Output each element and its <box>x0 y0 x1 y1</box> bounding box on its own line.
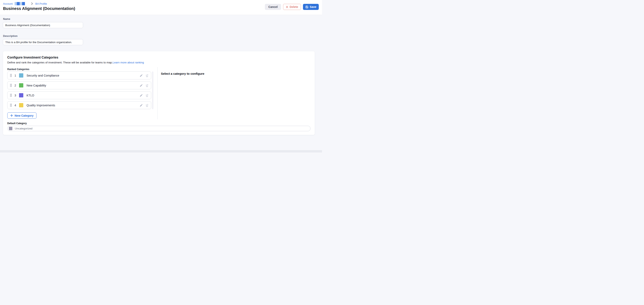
default-category-label: Default Category <box>7 122 27 125</box>
description-field[interactable] <box>3 39 83 45</box>
card-title: Configure Investment Categories <box>7 56 58 59</box>
trash-icon <box>145 103 149 107</box>
pencil-icon <box>140 94 143 97</box>
empty-state-message: Select a category to configure <box>161 72 204 75</box>
default-category-row[interactable]: Uncategorized <box>7 126 310 131</box>
trash-icon <box>145 74 149 77</box>
description-label: Description <box>3 34 18 37</box>
save-button-label: Save <box>310 5 316 8</box>
default-category-name: Uncategorized <box>15 127 32 130</box>
drag-handle-icon[interactable] <box>10 94 12 97</box>
delete-category-button[interactable] <box>144 102 150 108</box>
trash-icon <box>145 94 149 97</box>
horizontal-scrollbar-track[interactable] <box>0 150 322 152</box>
configure-categories-card: Configure Investment Categories Define a… <box>3 51 315 135</box>
new-category-button-label: New Category <box>14 114 34 117</box>
account-name-redacted <box>14 2 25 5</box>
breadcrumb: Account: BA Profile <box>3 2 47 5</box>
category-name: New Capability <box>26 84 46 87</box>
list-scrollbar[interactable] <box>152 71 154 109</box>
category-row[interactable]: 4 Quality Improvements <box>7 101 151 109</box>
delete-category-button[interactable] <box>144 73 150 78</box>
category-rank: 3 <box>14 94 16 97</box>
edit-category-button[interactable] <box>138 73 144 78</box>
save-button[interactable]: Save <box>303 4 319 10</box>
card-subtitle: Define and rank the categories of invest… <box>7 61 144 64</box>
ba-profile-page: Account: BA Profile Business Alignment (… <box>0 0 322 152</box>
pencil-icon <box>140 84 143 87</box>
category-color-swatch <box>19 73 23 78</box>
name-label: Name <box>3 17 10 20</box>
trash-icon <box>145 84 149 87</box>
learn-more-link[interactable]: Learn more about ranking <box>113 61 144 64</box>
account-label: Account: <box>3 2 13 5</box>
drag-handle-icon[interactable] <box>10 84 12 87</box>
default-category-swatch <box>9 127 12 130</box>
pencil-icon <box>140 74 143 77</box>
pencil-icon <box>140 104 143 107</box>
name-field[interactable] <box>3 22 83 28</box>
category-row[interactable]: 3 KTLO <box>7 91 151 99</box>
cancel-button[interactable]: Cancel <box>265 4 281 10</box>
card-subtitle-text: Define and rank the categories of invest… <box>7 61 113 64</box>
category-color-swatch <box>19 103 23 107</box>
category-rank: 2 <box>14 84 16 87</box>
x-icon <box>286 6 288 8</box>
category-name: Quality Improvements <box>26 104 55 107</box>
delete-button-label: Delete <box>290 5 298 8</box>
edit-category-button[interactable] <box>138 83 144 88</box>
category-rank: 4 <box>14 104 16 107</box>
floppy-save-icon <box>306 5 308 8</box>
delete-button[interactable]: Delete <box>283 4 301 10</box>
edit-category-button[interactable] <box>138 93 144 98</box>
category-row[interactable]: 2 New Capability <box>7 81 151 89</box>
category-rank: 1 <box>14 74 16 77</box>
drag-handle-icon[interactable] <box>10 74 12 77</box>
page-title: Business Alignment (Documentation) <box>3 6 75 11</box>
delete-category-button[interactable] <box>144 83 150 88</box>
page-header: Account: BA Profile Business Alignment (… <box>0 0 322 15</box>
delete-category-button[interactable] <box>144 93 150 98</box>
edit-category-button[interactable] <box>138 102 144 108</box>
drag-handle-icon[interactable] <box>10 103 12 107</box>
ranked-categories-label: Ranked Categories <box>7 68 30 71</box>
chevron-right-icon <box>31 2 33 5</box>
category-row[interactable]: 1 Security and Compliance <box>7 71 151 79</box>
breadcrumb-ba-profile[interactable]: BA Profile <box>36 2 47 5</box>
category-color-swatch <box>19 93 23 97</box>
plus-icon <box>10 114 13 117</box>
category-name: KTLO <box>26 94 34 97</box>
pane-divider <box>158 67 158 119</box>
category-color-swatch <box>19 83 23 87</box>
new-category-button[interactable]: New Category <box>7 112 36 119</box>
category-name: Security and Compliance <box>26 74 59 77</box>
header-actions: Cancel Delete Save <box>265 4 319 10</box>
breadcrumb-account[interactable]: Account: <box>3 2 25 5</box>
ranked-categories-list: 1 Security and Compliance <box>7 71 151 109</box>
